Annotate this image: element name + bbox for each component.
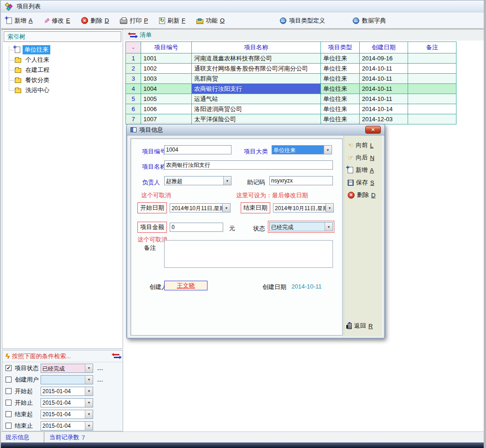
col-header-project-name[interactable]: 项目名称 [192, 42, 321, 53]
table-row[interactable]: 6 1006 洛阳进润商贸公司 单位往来 2014-10-14 [126, 104, 456, 114]
end-date-picker[interactable]: 2014年10月11日,星期 ▼ [273, 203, 334, 212]
save-button[interactable]: 保存 S [348, 178, 374, 187]
col-header-note[interactable]: 备注 [408, 42, 456, 53]
cell-note [408, 74, 456, 84]
tree-item-personal-contacts[interactable]: 个人往来 [2, 55, 123, 65]
table-row-selected[interactable]: 4 1004 农商银行汝阳支行 单位往来 2014-10-11 [126, 84, 456, 94]
category-value: 单位往来 [272, 146, 324, 154]
cell-project-id: 1006 [141, 104, 192, 114]
add-button-hotkey: A [29, 17, 33, 24]
cell-project-id: 1003 [141, 74, 192, 84]
dialog-add-button[interactable]: 新增 A [348, 166, 374, 174]
table-row[interactable]: 2 1002 通联支付网络服务股份有限公司河南分公司 单位往来 2014-10-… [126, 64, 456, 74]
chevron-down-icon[interactable]: ▼ [85, 364, 93, 372]
return-button[interactable]: 返回 R [348, 322, 373, 330]
remark-field[interactable] [164, 240, 333, 268]
start-from-picker[interactable]: 2015-01-04 ▼ [41, 387, 93, 396]
create-user-checkbox[interactable] [6, 377, 12, 383]
dialog-add-label: 新增 [356, 166, 367, 174]
edit-button[interactable]: 修改E [44, 17, 70, 25]
add-button[interactable]: 新增A [6, 17, 33, 25]
chevron-down-icon[interactable]: ▼ [85, 422, 93, 430]
start-date-picker[interactable]: 2014年10月11日,星期 ▼ [170, 203, 231, 212]
end-to-value: 2015-01-04 [41, 422, 85, 430]
save-icon [348, 180, 354, 186]
index-tree-panel: 索引树 单位往来 个人往来 在建工程 餐饮分类 洗浴中心 [2, 29, 123, 349]
lightning-icon [6, 352, 9, 360]
function-button[interactable]: 功能O [196, 17, 225, 25]
col-header-create-date[interactable]: 创建日期 [360, 42, 408, 53]
dialog-title-bar[interactable]: 项目信息 ✕ [127, 124, 385, 136]
create-user-select[interactable]: ▼ [41, 375, 93, 384]
refresh-button[interactable]: 刷新F [159, 17, 185, 25]
start-from-label: 开始起 [15, 387, 41, 395]
chevron-down-icon[interactable]: ▼ [222, 204, 230, 212]
project-status-checkbox[interactable]: ✓ [6, 365, 12, 371]
status-record-count: 当前记录数 7 [45, 433, 85, 442]
status-select[interactable]: 已经完成 ▼ [269, 222, 333, 231]
cell-create-date: 2014-09-16 [360, 53, 408, 64]
tree-item-bath-center[interactable]: 洗浴中心 [2, 85, 123, 95]
cell-project-type: 单位往来 [321, 114, 360, 124]
end-from-picker[interactable]: 2015-01-04 ▼ [41, 410, 93, 419]
chevron-down-icon[interactable]: ▼ [85, 399, 93, 407]
chevron-down-icon[interactable]: ▼ [85, 376, 93, 384]
delete-button[interactable]: ✕ 删除D [81, 17, 109, 25]
hand-left-icon [348, 141, 354, 149]
col-header-project-type[interactable]: 项目类型 [321, 42, 360, 53]
swap-icon[interactable] [114, 354, 119, 358]
chevron-down-icon[interactable]: ▼ [85, 410, 93, 419]
folder-icon [15, 58, 21, 63]
table-row[interactable]: 7 1007 太平洋保险公司 单位往来 2014-12-03 [126, 114, 456, 124]
category-select[interactable]: 单位往来 ▼ [272, 145, 332, 154]
chevron-down-icon[interactable]: ▼ [325, 223, 332, 231]
data-dictionary-button[interactable]: 数据字典 [353, 17, 386, 25]
close-icon[interactable]: ✕ [365, 126, 381, 134]
table-row[interactable]: 5 1005 运通气站 单位往来 2014-10-11 [126, 94, 456, 104]
list-header-bar: 清单 [124, 29, 486, 41]
cell-create-date: 2014-10-11 [360, 84, 408, 94]
more-button[interactable]: ... [97, 365, 103, 371]
mnemonic-field[interactable] [269, 176, 333, 185]
end-to-picker[interactable]: 2015-01-04 ▼ [41, 421, 93, 430]
end-to-checkbox[interactable] [6, 423, 12, 429]
modify-date-note: 这里可设为：最后修改日期 [236, 191, 308, 200]
col-header-index[interactable]: - [126, 42, 141, 53]
start-from-checkbox[interactable] [6, 388, 12, 394]
print-button-label: 打印 [130, 17, 142, 25]
delete-icon: ✕ [348, 192, 355, 199]
tree-item-projects-in-progress[interactable]: 在建工程 [2, 65, 123, 75]
print-button[interactable]: 打印P [120, 17, 148, 25]
folder-icon [15, 88, 21, 93]
cell-project-id: 1005 [141, 94, 192, 104]
more-button[interactable]: ... [97, 377, 103, 383]
project-type-define-button[interactable]: 项目类型定义 [280, 17, 325, 25]
hand-right-icon [348, 154, 354, 161]
chevron-down-icon[interactable]: ▼ [223, 177, 231, 185]
start-to-checkbox[interactable] [6, 400, 12, 406]
chevron-down-icon[interactable]: ▼ [85, 387, 93, 395]
end-from-value: 2015-01-04 [41, 410, 85, 419]
chevron-down-icon[interactable]: ▼ [326, 204, 333, 212]
tree-panel-header: 索引树 [4, 31, 121, 42]
start-to-picker[interactable]: 2015-01-04 ▼ [41, 398, 93, 407]
table-row[interactable]: 3 1003 兆群商贸 单位往来 2014-10-11 [126, 74, 456, 84]
project-name-field[interactable] [164, 160, 333, 170]
cell-project-id: 1004 [141, 84, 192, 94]
col-header-project-id[interactable]: 项目编号 [141, 42, 192, 53]
next-button[interactable]: 向后 N [348, 153, 374, 162]
status-select-wrap: 已经完成 ▼ [268, 221, 334, 233]
tree-item-catering[interactable]: 餐饮分类 [2, 75, 123, 85]
project-id-field[interactable] [164, 145, 231, 154]
edit-icon [44, 17, 50, 25]
chevron-down-icon[interactable]: ▼ [324, 146, 332, 154]
owner-select[interactable]: 赵雅超 ▼ [164, 176, 231, 185]
amount-field[interactable] [170, 223, 223, 232]
end-from-checkbox[interactable] [6, 411, 12, 417]
prev-button[interactable]: 向前 L [348, 141, 373, 149]
dialog-delete-button[interactable]: ✕ 删除 D [348, 191, 375, 199]
print-button-hotkey: P [144, 17, 148, 24]
tree-item-unit-contacts[interactable]: 单位往来 [2, 45, 123, 55]
project-status-select[interactable]: 已经完成 ▼ [41, 364, 93, 373]
table-row[interactable]: 1 1001 河南道晟鑫农林科技有限公司 单位往来 2014-09-16 [126, 53, 456, 64]
